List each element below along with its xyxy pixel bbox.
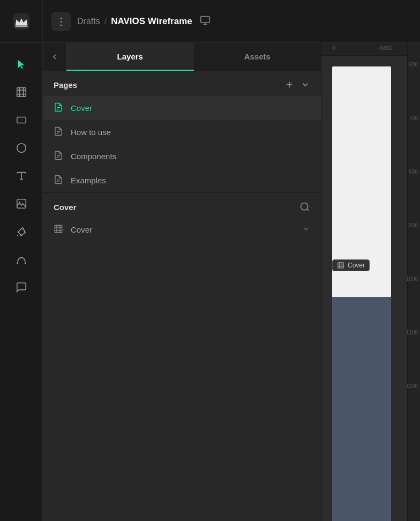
pages-actions <box>284 80 310 90</box>
breadcrumb-drafts[interactable]: Drafts <box>77 17 100 26</box>
ruler-tick-neg5800: -5800 <box>378 45 392 51</box>
dots-icon: ⋮ <box>56 16 66 27</box>
svg-point-12 <box>24 263 26 264</box>
app-logo[interactable] <box>0 0 43 43</box>
ruler-tick-0: 0 <box>332 45 335 51</box>
select-tool[interactable] <box>9 51 34 77</box>
pen-tool[interactable] <box>9 219 34 244</box>
svg-rect-13 <box>200 16 209 23</box>
canvas-cover-text: Cover <box>348 262 365 269</box>
layers-search-button[interactable] <box>299 202 310 212</box>
svg-rect-9 <box>17 199 26 209</box>
ruler-tick-600: 600 <box>409 62 418 68</box>
layer-frame-icon <box>54 224 63 235</box>
page-icon-examples <box>54 175 63 186</box>
cover-dark-section <box>332 297 391 521</box>
monitor-icon <box>200 15 211 28</box>
breadcrumb-separator: / <box>104 17 107 26</box>
tab-layers[interactable]: Layers <box>66 43 194 71</box>
page-name-examples: Examples <box>71 176 106 185</box>
image-tool[interactable] <box>9 191 34 217</box>
side-panel: Layers Assets Pages <box>43 43 321 521</box>
page-item-how-to-use[interactable]: How to use <box>43 120 321 144</box>
tab-back-button[interactable] <box>43 43 66 71</box>
page-icon-components <box>54 151 63 162</box>
layers-section: Cover <box>43 193 321 521</box>
ellipse-tool[interactable] <box>9 135 34 161</box>
text-tool[interactable] <box>9 163 34 189</box>
ruler-tick-800: 800 <box>409 169 418 175</box>
tool-list <box>9 43 34 521</box>
svg-point-8 <box>17 144 26 153</box>
page-item-components[interactable]: Components <box>43 144 321 168</box>
ruler-tick-1100: 1100 <box>406 330 418 336</box>
svg-rect-7 <box>17 117 26 123</box>
svg-point-16 <box>301 203 308 210</box>
svg-rect-1 <box>15 25 27 27</box>
horizontal-ruler: 0 -5800 <box>321 43 407 56</box>
vertical-ruler: 600 700 800 900 1000 1100 1200 <box>407 43 420 521</box>
panel-tabs: Layers Assets <box>43 43 321 71</box>
svg-point-10 <box>19 201 20 203</box>
canvas-cover-label: Cover <box>332 259 370 271</box>
ruler-tick-1000: 1000 <box>406 276 418 282</box>
pages-title: Pages <box>54 80 77 90</box>
collapse-pages-button[interactable] <box>301 80 310 90</box>
svg-point-11 <box>17 263 18 264</box>
add-page-button[interactable] <box>284 80 294 90</box>
rectangle-tool[interactable] <box>9 107 34 133</box>
ruler-tick-1200: 1200 <box>406 383 418 389</box>
tab-assets[interactable]: Assets <box>194 43 321 71</box>
svg-rect-2 <box>17 88 26 97</box>
ruler-tick-700: 700 <box>409 115 418 121</box>
page-name-components: Components <box>71 152 116 161</box>
layers-title: Cover <box>54 203 77 212</box>
main-area: ⋮ Drafts / NAVIOS Wireframe <box>43 0 420 521</box>
layer-chevron-icon[interactable] <box>302 225 310 235</box>
curve-tool[interactable] <box>9 247 34 272</box>
breadcrumb: Drafts / NAVIOS Wireframe <box>77 15 211 28</box>
page-icon-cover <box>54 102 63 114</box>
pages-header: Pages <box>43 71 321 96</box>
canvas-content: Cover <box>321 56 407 521</box>
menu-button[interactable]: ⋮ <box>51 12 71 31</box>
project-name: NAVIOS Wireframe <box>111 16 192 27</box>
svg-rect-17 <box>55 225 62 233</box>
svg-rect-22 <box>338 263 344 269</box>
layer-name-cover: Cover <box>71 225 294 234</box>
page-name-cover: Cover <box>71 103 92 113</box>
content-area: Layers Assets Pages <box>43 43 420 521</box>
page-item-examples[interactable]: Examples <box>43 168 321 192</box>
pages-section: Pages <box>43 71 321 193</box>
page-item-cover[interactable]: Cover <box>43 96 321 120</box>
topbar: ⋮ Drafts / NAVIOS Wireframe <box>43 0 420 43</box>
comment-tool[interactable] <box>9 274 34 300</box>
page-name-how-to-use: How to use <box>71 128 111 137</box>
layer-item-cover[interactable]: Cover <box>43 219 321 241</box>
ruler-tick-900: 900 <box>409 222 418 228</box>
frame-tool[interactable] <box>9 79 34 105</box>
canvas-area[interactable]: 0 -5800 600 700 800 900 1000 1100 1200 <box>321 43 420 521</box>
left-toolbar <box>0 0 43 521</box>
layers-header: Cover <box>43 193 321 219</box>
page-icon-how-to-use <box>54 126 63 138</box>
logo-icon <box>11 11 32 32</box>
